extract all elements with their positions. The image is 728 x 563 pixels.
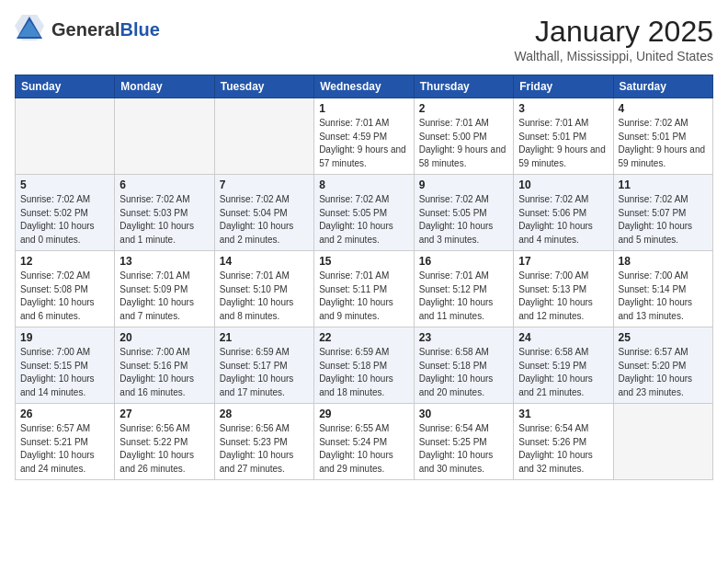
page-header: GeneralBlue January 2025 Walthall, Missi… bbox=[15, 15, 713, 63]
day-info: Sunrise: 7:01 AM Sunset: 5:01 PM Dayligh… bbox=[518, 117, 608, 170]
day-info: Sunrise: 7:02 AM Sunset: 5:08 PM Dayligh… bbox=[20, 270, 109, 323]
calendar-day-cell: 5Sunrise: 7:02 AM Sunset: 5:02 PM Daylig… bbox=[16, 175, 115, 251]
day-number: 23 bbox=[419, 331, 508, 344]
calendar-day-cell: 29Sunrise: 6:55 AM Sunset: 5:24 PM Dayli… bbox=[314, 404, 415, 480]
day-info: Sunrise: 7:02 AM Sunset: 5:05 PM Dayligh… bbox=[419, 193, 508, 247]
calendar-table: SundayMondayTuesdayWednesdayThursdayFrid… bbox=[15, 75, 713, 480]
calendar-day-cell: 21Sunrise: 6:59 AM Sunset: 5:17 PM Dayli… bbox=[214, 327, 313, 404]
calendar-day-cell: 8Sunrise: 7:02 AM Sunset: 5:05 PM Daylig… bbox=[314, 175, 415, 251]
day-number: 8 bbox=[319, 178, 409, 191]
calendar-day-cell: 28Sunrise: 6:56 AM Sunset: 5:23 PM Dayli… bbox=[214, 404, 313, 480]
calendar-week-row: 19Sunrise: 7:00 AM Sunset: 5:15 PM Dayli… bbox=[16, 327, 713, 404]
calendar-day-cell: 26Sunrise: 6:57 AM Sunset: 5:21 PM Dayli… bbox=[16, 404, 115, 480]
day-number: 14 bbox=[220, 255, 309, 268]
calendar-day-cell bbox=[214, 98, 313, 175]
calendar-week-row: 5Sunrise: 7:02 AM Sunset: 5:02 PM Daylig… bbox=[16, 175, 713, 251]
logo-general: General bbox=[51, 19, 119, 40]
calendar-day-cell: 2Sunrise: 7:01 AM Sunset: 5:00 PM Daylig… bbox=[414, 98, 513, 175]
day-number: 18 bbox=[619, 255, 709, 268]
day-info: Sunrise: 7:00 AM Sunset: 5:13 PM Dayligh… bbox=[518, 270, 608, 323]
day-number: 12 bbox=[20, 255, 109, 268]
calendar-day-cell: 20Sunrise: 7:00 AM Sunset: 5:16 PM Dayli… bbox=[115, 327, 214, 404]
day-number: 20 bbox=[119, 331, 209, 344]
day-number: 24 bbox=[518, 331, 608, 344]
day-info: Sunrise: 7:01 AM Sunset: 4:59 PM Dayligh… bbox=[319, 117, 409, 170]
day-info: Sunrise: 7:00 AM Sunset: 5:16 PM Dayligh… bbox=[119, 346, 209, 399]
calendar-day-cell: 24Sunrise: 6:58 AM Sunset: 5:19 PM Dayli… bbox=[514, 327, 613, 404]
day-info: Sunrise: 6:58 AM Sunset: 5:18 PM Dayligh… bbox=[419, 346, 508, 399]
day-info: Sunrise: 7:02 AM Sunset: 5:03 PM Dayligh… bbox=[119, 193, 209, 247]
day-number: 19 bbox=[20, 331, 109, 344]
location: Walthall, Mississippi, United States bbox=[514, 49, 713, 63]
calendar-day-cell: 31Sunrise: 6:54 AM Sunset: 5:26 PM Dayli… bbox=[514, 404, 613, 480]
month-title: January 2025 bbox=[514, 15, 713, 49]
day-info: Sunrise: 7:02 AM Sunset: 5:05 PM Dayligh… bbox=[319, 193, 409, 247]
calendar-day-cell: 12Sunrise: 7:02 AM Sunset: 5:08 PM Dayli… bbox=[16, 251, 115, 327]
title-block: January 2025 Walthall, Mississippi, Unit… bbox=[514, 15, 713, 63]
weekday-header: Friday bbox=[514, 75, 613, 98]
calendar-day-cell: 4Sunrise: 7:02 AM Sunset: 5:01 PM Daylig… bbox=[613, 98, 713, 175]
calendar-week-row: 12Sunrise: 7:02 AM Sunset: 5:08 PM Dayli… bbox=[16, 251, 713, 327]
day-number: 15 bbox=[319, 255, 409, 268]
calendar-day-cell: 15Sunrise: 7:01 AM Sunset: 5:11 PM Dayli… bbox=[314, 251, 415, 327]
day-info: Sunrise: 7:01 AM Sunset: 5:11 PM Dayligh… bbox=[319, 270, 409, 323]
calendar-day-cell bbox=[613, 404, 713, 480]
day-info: Sunrise: 6:57 AM Sunset: 5:20 PM Dayligh… bbox=[619, 346, 709, 399]
day-number: 17 bbox=[518, 255, 608, 268]
logo-icon bbox=[15, 15, 44, 40]
day-number: 26 bbox=[20, 408, 109, 420]
day-info: Sunrise: 6:54 AM Sunset: 5:26 PM Dayligh… bbox=[518, 422, 608, 476]
day-number: 9 bbox=[419, 178, 508, 191]
day-info: Sunrise: 7:00 AM Sunset: 5:14 PM Dayligh… bbox=[619, 270, 709, 323]
day-info: Sunrise: 6:54 AM Sunset: 5:25 PM Dayligh… bbox=[419, 422, 508, 476]
day-number: 16 bbox=[419, 255, 508, 268]
day-info: Sunrise: 6:56 AM Sunset: 5:22 PM Dayligh… bbox=[119, 422, 209, 476]
day-info: Sunrise: 7:01 AM Sunset: 5:00 PM Dayligh… bbox=[419, 117, 508, 170]
calendar-day-cell: 17Sunrise: 7:00 AM Sunset: 5:13 PM Dayli… bbox=[514, 251, 613, 327]
calendar-day-cell: 1Sunrise: 7:01 AM Sunset: 4:59 PM Daylig… bbox=[314, 98, 415, 175]
day-info: Sunrise: 7:01 AM Sunset: 5:10 PM Dayligh… bbox=[220, 270, 309, 323]
day-number: 3 bbox=[518, 102, 608, 115]
day-number: 13 bbox=[119, 255, 209, 268]
calendar-day-cell: 19Sunrise: 7:00 AM Sunset: 5:15 PM Dayli… bbox=[16, 327, 115, 404]
day-info: Sunrise: 6:58 AM Sunset: 5:19 PM Dayligh… bbox=[518, 346, 608, 399]
day-number: 27 bbox=[119, 408, 209, 420]
day-number: 22 bbox=[319, 331, 409, 344]
calendar-day-cell bbox=[16, 98, 115, 175]
weekday-header: Saturday bbox=[613, 75, 713, 98]
day-number: 21 bbox=[220, 331, 309, 344]
calendar-header-row: SundayMondayTuesdayWednesdayThursdayFrid… bbox=[16, 75, 713, 98]
weekday-header: Sunday bbox=[16, 75, 115, 98]
day-info: Sunrise: 6:56 AM Sunset: 5:23 PM Dayligh… bbox=[220, 422, 309, 476]
day-number: 11 bbox=[619, 178, 709, 191]
weekday-header: Monday bbox=[115, 75, 214, 98]
day-number: 4 bbox=[619, 102, 709, 115]
calendar-day-cell: 9Sunrise: 7:02 AM Sunset: 5:05 PM Daylig… bbox=[414, 175, 513, 251]
weekday-header: Tuesday bbox=[214, 75, 313, 98]
day-number: 29 bbox=[319, 408, 409, 420]
weekday-header: Thursday bbox=[414, 75, 513, 98]
day-info: Sunrise: 7:01 AM Sunset: 5:09 PM Dayligh… bbox=[119, 270, 209, 323]
day-number: 5 bbox=[20, 178, 109, 191]
day-info: Sunrise: 7:02 AM Sunset: 5:01 PM Dayligh… bbox=[619, 117, 709, 170]
day-info: Sunrise: 7:02 AM Sunset: 5:06 PM Dayligh… bbox=[518, 193, 608, 247]
day-number: 7 bbox=[220, 178, 309, 191]
day-number: 31 bbox=[518, 408, 608, 420]
day-number: 2 bbox=[419, 102, 508, 115]
weekday-header: Wednesday bbox=[314, 75, 415, 98]
calendar-day-cell: 7Sunrise: 7:02 AM Sunset: 5:04 PM Daylig… bbox=[214, 175, 313, 251]
day-number: 1 bbox=[319, 102, 409, 115]
calendar-day-cell: 27Sunrise: 6:56 AM Sunset: 5:22 PM Dayli… bbox=[115, 404, 214, 480]
day-number: 30 bbox=[419, 408, 508, 420]
calendar-day-cell: 30Sunrise: 6:54 AM Sunset: 5:25 PM Dayli… bbox=[414, 404, 513, 480]
day-number: 28 bbox=[220, 408, 309, 420]
day-info: Sunrise: 7:02 AM Sunset: 5:02 PM Dayligh… bbox=[20, 193, 109, 247]
calendar-day-cell: 14Sunrise: 7:01 AM Sunset: 5:10 PM Dayli… bbox=[214, 251, 313, 327]
calendar-day-cell: 3Sunrise: 7:01 AM Sunset: 5:01 PM Daylig… bbox=[514, 98, 613, 175]
day-info: Sunrise: 7:01 AM Sunset: 5:12 PM Dayligh… bbox=[419, 270, 508, 323]
calendar-week-row: 1Sunrise: 7:01 AM Sunset: 4:59 PM Daylig… bbox=[16, 98, 713, 175]
calendar-day-cell: 11Sunrise: 7:02 AM Sunset: 5:07 PM Dayli… bbox=[613, 175, 713, 251]
calendar-day-cell: 22Sunrise: 6:59 AM Sunset: 5:18 PM Dayli… bbox=[314, 327, 415, 404]
calendar-week-row: 26Sunrise: 6:57 AM Sunset: 5:21 PM Dayli… bbox=[16, 404, 713, 480]
day-info: Sunrise: 7:00 AM Sunset: 5:15 PM Dayligh… bbox=[20, 346, 109, 399]
